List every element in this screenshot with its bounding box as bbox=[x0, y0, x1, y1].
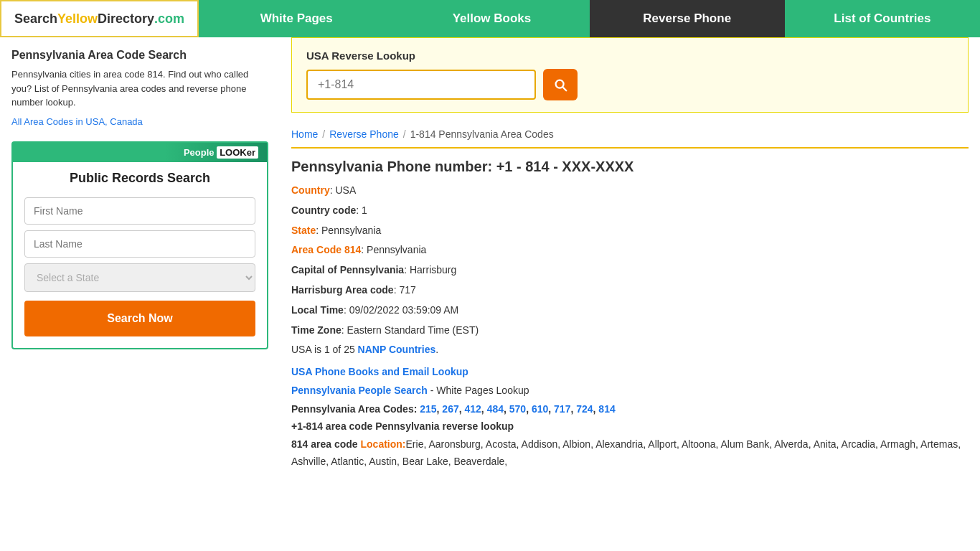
country-code-colon: : bbox=[356, 204, 362, 216]
pa-area-codes-line: Pennsylvania Area Codes: 215, 267, 412, … bbox=[291, 403, 969, 415]
capital-value: Harrisburg bbox=[410, 264, 456, 276]
area-code-412[interactable]: 412 bbox=[465, 403, 481, 415]
area-code-colon: : bbox=[361, 244, 367, 255]
timezone-colon: : bbox=[341, 324, 347, 336]
area-code-215[interactable]: 215 bbox=[420, 403, 436, 415]
country-value: USA bbox=[335, 184, 356, 196]
main-nav: SearchYellowDirectory.com White Pages Ye… bbox=[0, 0, 980, 37]
nanp-link[interactable]: NANP Countries bbox=[358, 344, 436, 355]
breadcrumb-reverse-phone[interactable]: Reverse Phone bbox=[329, 128, 399, 140]
country-code-value: 1 bbox=[362, 204, 367, 216]
sidebar-desc: Pennsylvania cities in area code 814. Fi… bbox=[11, 67, 268, 110]
country-line: Country: USA bbox=[291, 182, 969, 199]
pa-phone-title-orange: Pennsylvania Phone number bbox=[291, 159, 487, 174]
search-icon bbox=[552, 77, 568, 93]
location-label: Location: bbox=[361, 438, 406, 450]
phone-input[interactable] bbox=[306, 70, 536, 100]
breadcrumb: Home / Reverse Phone / 1-814 Pennsylvani… bbox=[291, 121, 969, 149]
nav-reverse-phone[interactable]: Reverse Phone bbox=[590, 0, 785, 37]
area-code-line: Area Code 814: Pennsylvania bbox=[291, 242, 969, 259]
location-prefix: 814 area code bbox=[291, 438, 361, 450]
area-code-267[interactable]: 267 bbox=[442, 403, 458, 415]
main-content: USA Reverse Lookup Home / Reverse Phone … bbox=[280, 37, 980, 485]
usa-phone-link[interactable]: USA Phone Books and Email Lookup bbox=[291, 366, 468, 377]
local-time-line: Local Time: 09/02/2022 03:59:09 AM bbox=[291, 302, 969, 319]
country-code-line: Country code: 1 bbox=[291, 202, 969, 220]
state-colon: : bbox=[316, 225, 321, 236]
area-code-717[interactable]: 717 bbox=[554, 403, 570, 415]
nanp-line: USA is 1 of 25 NANP Countries. bbox=[291, 342, 969, 359]
pa-phone-title: Pennsylvania Phone number: +1 - 814 - XX… bbox=[291, 159, 969, 175]
country-code-label: Country code bbox=[291, 204, 356, 216]
local-time-label: Local Time bbox=[291, 304, 344, 316]
nav-list-of-countries[interactable]: List of Countries bbox=[785, 0, 980, 37]
people-looker-logo-people: People bbox=[184, 147, 215, 158]
search-box-label: USA Reverse Lookup bbox=[306, 50, 953, 62]
nanp-period: . bbox=[435, 344, 438, 355]
area-code-570[interactable]: 570 bbox=[509, 403, 526, 415]
pa-people-link[interactable]: Pennsylvania People Search bbox=[291, 385, 428, 396]
breadcrumb-sep-2: / bbox=[403, 128, 406, 140]
search-box-area: USA Reverse Lookup bbox=[291, 37, 969, 113]
nanp-text: USA is 1 of 25 bbox=[291, 344, 355, 355]
brand-logo[interactable]: SearchYellowDirectory.com bbox=[0, 0, 199, 37]
reverse-lookup-title: +1-814 area code Pennsylvania reverse lo… bbox=[291, 420, 969, 432]
last-name-input[interactable] bbox=[24, 230, 255, 258]
pa-people-suffix: - White Pages Lookup bbox=[428, 385, 529, 396]
brand-com: .com bbox=[154, 11, 184, 27]
capital-label: Capital of Pennsylvania bbox=[291, 264, 404, 276]
breadcrumb-current: 1-814 Pennsylvania Area Codes bbox=[410, 128, 554, 140]
state-value: Pennsylvania bbox=[321, 225, 381, 236]
nav-yellow-books[interactable]: Yellow Books bbox=[394, 0, 589, 37]
brand-dir: Directory bbox=[98, 11, 154, 27]
timezone-label: Time Zone bbox=[291, 324, 341, 336]
divider-1: USA Phone Books and Email Lookup bbox=[291, 366, 969, 377]
pa-phone-title-black: : +1 - 814 - XXX-XXXX bbox=[487, 159, 633, 174]
timezone-value: Eastern Standard Time (EST) bbox=[347, 324, 479, 336]
area-code-value: Pennsylvania bbox=[367, 244, 426, 255]
pa-area-codes-label: Pennsylvania Area Codes: bbox=[291, 403, 417, 415]
search-now-button[interactable]: Search Now bbox=[24, 301, 255, 336]
sidebar-title: Pennsylvania Area Code Search bbox=[11, 49, 268, 62]
state-label: State bbox=[291, 225, 316, 236]
area-codes-link[interactable]: All Area Codes in USA, Canada bbox=[11, 116, 143, 127]
brand-search: Search bbox=[14, 11, 57, 27]
local-time-value: 09/02/2022 03:59:09 AM bbox=[349, 304, 459, 316]
brand-yellow: Yellow bbox=[57, 11, 98, 27]
state-select[interactable]: Select a State bbox=[24, 263, 255, 292]
local-time-colon: : bbox=[344, 304, 349, 316]
area-code-label: Area Code 814 bbox=[291, 244, 361, 255]
harrisburg-value: 717 bbox=[399, 284, 415, 296]
people-looker-header: People LOOKer bbox=[13, 143, 267, 162]
nav-white-pages[interactable]: White Pages bbox=[199, 0, 394, 37]
people-looker-title: Public Records Search bbox=[13, 162, 267, 192]
capital-colon: : bbox=[404, 264, 410, 276]
pa-area-codes-values: 215, 267, 412, 484, 570, 610, 717, 724, … bbox=[420, 403, 615, 415]
harrisburg-label: Harrisburg Area code bbox=[291, 284, 394, 296]
area-code-724[interactable]: 724 bbox=[576, 403, 593, 415]
search-row bbox=[306, 69, 953, 100]
breadcrumb-sep-1: / bbox=[322, 128, 325, 140]
first-name-input[interactable] bbox=[24, 197, 255, 225]
capital-line: Capital of Pennsylvania: Harrisburg bbox=[291, 262, 969, 279]
people-looker-logo-looker: LOOKer bbox=[217, 146, 258, 159]
area-code-484[interactable]: 484 bbox=[487, 403, 504, 415]
breadcrumb-home[interactable]: Home bbox=[291, 128, 318, 140]
area-code-610[interactable]: 610 bbox=[532, 403, 548, 415]
area-code-814[interactable]: 814 bbox=[598, 403, 615, 415]
country-label: Country bbox=[291, 184, 330, 196]
pa-people-line: Pennsylvania People Search - White Pages… bbox=[291, 385, 969, 396]
search-button[interactable] bbox=[543, 69, 578, 100]
location-line: 814 area code Location:Erie, Aaronsburg,… bbox=[291, 436, 969, 471]
state-line: State: Pennsylvania bbox=[291, 222, 969, 240]
timezone-line: Time Zone: Eastern Standard Time (EST) bbox=[291, 322, 969, 339]
sidebar: Pennsylvania Area Code Search Pennsylvan… bbox=[0, 37, 280, 485]
harrisburg-line: Harrisburg Area code: 717 bbox=[291, 282, 969, 299]
people-looker-box: People LOOKer Public Records Search Sele… bbox=[11, 141, 268, 349]
